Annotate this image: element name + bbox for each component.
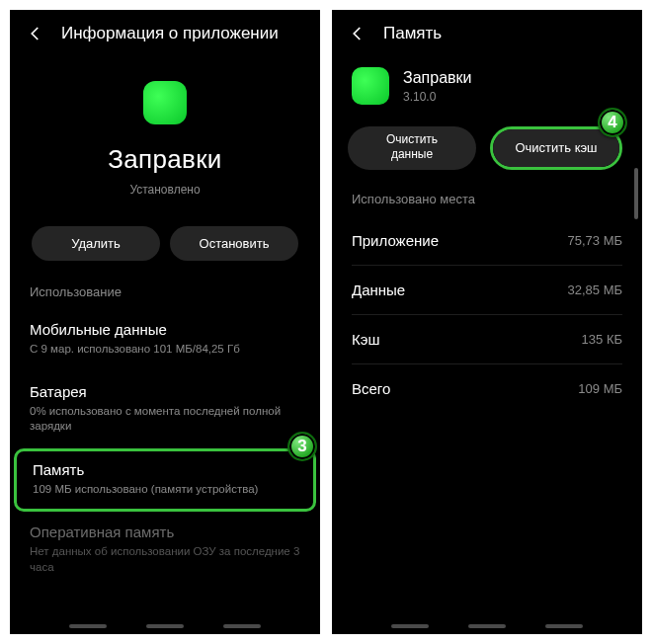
app-icon [143, 81, 187, 124]
header: Информация о приложении [10, 10, 320, 53]
nav-back-icon[interactable] [223, 624, 261, 628]
item-title: Мобильные данные [30, 321, 300, 338]
action-buttons: Удалить Остановить [10, 210, 320, 279]
app-name: Заправки [403, 69, 471, 87]
app-icon [352, 67, 389, 105]
clear-cache-button[interactable]: Очистить кэш [493, 129, 619, 167]
nav-home-icon[interactable] [146, 624, 184, 628]
clear-cache-button-highlighted[interactable]: 4 Очистить кэш [490, 126, 622, 170]
app-version: 3.10.0 [403, 90, 471, 104]
row-app: Приложение 75,73 МБ [332, 216, 642, 265]
step-badge-4: 4 [598, 108, 627, 137]
uninstall-button[interactable]: Удалить [32, 226, 160, 261]
item-subtitle: 109 МБ использовано (памяти устройства) [33, 482, 297, 498]
row-value: 75,73 МБ [567, 233, 622, 248]
install-status: Установлено [129, 183, 200, 197]
page-title: Информация о приложении [61, 24, 279, 43]
app-row: Заправки 3.10.0 [332, 53, 642, 115]
item-subtitle: С 9 мар. использовано 101 МБ/84,25 Гб [30, 342, 300, 358]
screen-storage: Память Заправки 3.10.0 Очистить данные 4… [332, 10, 642, 634]
row-key: Приложение [352, 232, 439, 249]
item-subtitle: Нет данных об использовании ОЗУ за после… [30, 544, 300, 575]
row-key: Данные [352, 282, 405, 298]
clear-data-button[interactable]: Очистить данные [348, 126, 476, 170]
screen-app-info: Информация о приложении Заправки Установ… [10, 10, 320, 634]
app-name: Заправки [108, 144, 221, 175]
nav-bar [10, 624, 320, 628]
row-value: 109 МБ [578, 381, 622, 396]
row-key: Всего [352, 380, 390, 397]
nav-home-icon[interactable] [468, 624, 506, 628]
nav-bar [332, 624, 642, 628]
item-title: Оперативная память [30, 523, 300, 540]
ram-item[interactable]: Оперативная память Нет данных об использ… [10, 512, 320, 589]
clear-buttons: Очистить данные 4 Очистить кэш [332, 115, 642, 186]
item-subtitle: 0% использовано с момента последней полн… [30, 404, 300, 435]
section-space-header: Использовано места [332, 186, 642, 216]
button-label: Очистить данные [348, 132, 476, 162]
row-value: 135 КБ [582, 332, 622, 347]
row-value: 32,85 МБ [567, 282, 622, 297]
item-title: Память [33, 461, 297, 478]
section-usage-header: Использование [10, 279, 320, 309]
back-icon[interactable] [348, 24, 367, 43]
header: Память [332, 10, 642, 53]
app-hero: Заправки Установлено [10, 53, 320, 210]
step-badge-3: 3 [287, 432, 317, 461]
nav-recent-icon[interactable] [69, 624, 107, 628]
row-total: Всего 109 МБ [332, 364, 642, 413]
row-cache: Кэш 135 КБ [332, 315, 642, 363]
row-data: Данные 32,85 МБ [332, 266, 642, 314]
nav-recent-icon[interactable] [391, 624, 429, 628]
scrollbar[interactable] [634, 168, 638, 219]
force-stop-button[interactable]: Остановить [170, 226, 298, 261]
page-title: Память [383, 24, 442, 43]
back-icon[interactable] [26, 24, 45, 43]
battery-item[interactable]: Батарея 0% использовано с момента послед… [10, 371, 320, 448]
mobile-data-item[interactable]: Мобильные данные С 9 мар. использовано 1… [10, 309, 320, 371]
item-title: Батарея [30, 383, 300, 400]
nav-back-icon[interactable] [545, 624, 583, 628]
row-key: Кэш [352, 331, 379, 348]
storage-item-highlighted[interactable]: 3 Память 109 МБ использовано (памяти уст… [14, 448, 316, 513]
